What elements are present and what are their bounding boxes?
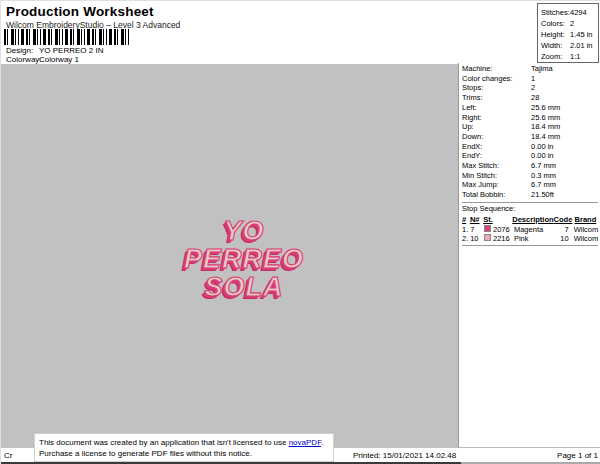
stat-value: 2.01 in (570, 40, 593, 51)
page-title: Production Worksheet (6, 4, 154, 19)
panel-row-trims: Trims:28 (462, 93, 600, 103)
panel-row-up: Up:18.4 mm (462, 122, 600, 132)
panel-value: 18.4 mm (531, 132, 560, 142)
stat-label: Zoom: (541, 51, 570, 62)
panel-value: 6.7 mm (531, 180, 556, 190)
col-header-code: Code (554, 215, 570, 225)
panel-value: 0.00 in (531, 151, 554, 161)
panel-label: Min Stitch: (462, 171, 531, 181)
panel-label: Max Jump: (462, 180, 531, 190)
stat-value: 1.45 in (570, 29, 593, 40)
panel-row-machine: Machine:Tajima (462, 64, 600, 74)
panel-value: 25.6 mm (531, 103, 560, 113)
panel-row-left: Left:25.6 mm (462, 103, 600, 113)
cell-code: 10 (554, 234, 569, 244)
panel-divider (462, 202, 598, 203)
thread-color-swatch (484, 225, 493, 235)
design-text-line: YO (169, 217, 319, 245)
panel-value: 28 (531, 93, 539, 103)
stats-box: Stitches: 4294 Colors: 2 Height: 1.45 in… (537, 3, 599, 63)
panel-label: Trims: (462, 93, 531, 103)
stat-label: Width: (541, 40, 570, 51)
cell-description: Magenta (514, 225, 554, 235)
col-header-description: Description (512, 215, 553, 225)
worksheet-page: Production Worksheet Wilcom EmbroiderySt… (0, 0, 600, 464)
colorway-label: Colorway: (6, 55, 39, 64)
table-row: 2. 10 2216 Pink 10 Wilcom (462, 234, 600, 244)
cell-n: 10 (470, 234, 484, 244)
novapdf-link[interactable]: novaPDF (289, 438, 321, 447)
stats-row-width: Width: 2.01 in (541, 40, 598, 51)
table-row: 1. 7 2076 Magenta 7 Wilcom (462, 225, 600, 235)
panel-value: Tajima (531, 64, 553, 74)
stats-row-zoom: Zoom: 1:1 (541, 51, 598, 62)
panel-value: 18.4 mm (531, 122, 560, 132)
panel-label: Total Bobbin: (462, 190, 531, 200)
cell-st: 2216 (493, 234, 514, 244)
cell-num: 2. (462, 234, 470, 244)
design-name-row: Design: YO PERREO 2 IN (6, 46, 103, 55)
panel-label: Machine: (462, 64, 531, 74)
notice-line1-suffix: . (321, 438, 323, 447)
stat-label: Colors: (541, 18, 570, 29)
panel-row-right: Right:25.6 mm (462, 113, 600, 123)
thread-color-swatch (484, 234, 493, 244)
panel-label: Up: (462, 122, 531, 132)
stat-label: Height: (541, 29, 570, 40)
panel-row-down: Down:18.4 mm (462, 132, 600, 142)
cell-n: 7 (470, 225, 484, 235)
panel-value: 25.6 mm (531, 113, 560, 123)
col-header-brand: Brand (575, 215, 600, 225)
stat-value: 2 (570, 18, 574, 29)
panel-value: 0.00 in (531, 142, 554, 152)
panel-label: Max Stitch: (462, 161, 531, 171)
panel-row-endy: EndY:0.00 in (462, 151, 600, 161)
design-canvas: YO PERREO SOLA (1, 64, 458, 448)
panel-row-color-changes: Color changes:1 (462, 74, 600, 84)
page-number: Page 1 of 1 (557, 451, 598, 460)
cell-brand: Wilcom (574, 234, 600, 244)
cell-description: Pink (514, 234, 554, 244)
stop-sequence-table: # N# St. Description Code Brand 1. 7 207… (462, 215, 600, 246)
stats-row-height: Height: 1.45 in (541, 29, 598, 40)
stats-row-colors: Colors: 2 (541, 18, 598, 29)
panel-row-max-jump: Max Jump:6.7 mm (462, 180, 600, 190)
stat-label: Stitches: (541, 7, 570, 18)
cell-num: 1. (462, 225, 470, 235)
col-header-n: N# (470, 215, 483, 225)
panel-label: EndX: (462, 142, 531, 152)
panel-row-max-stitch: Max Stitch:6.7 mm (462, 161, 600, 171)
col-header-num: # (462, 215, 470, 225)
notice-line1-text: This document was created by an applicat… (39, 438, 289, 447)
colorway-value: Colorway 1 (39, 55, 79, 64)
panel-value: 1 (531, 74, 535, 84)
panel-value: 21.50ft (531, 190, 554, 200)
table-bottom-rule (462, 245, 598, 246)
panel-label: Left: (462, 103, 531, 113)
novapdf-notice: This document was created by an applicat… (34, 433, 334, 462)
panel-label: Color changes: (462, 74, 531, 84)
barcode-icon (4, 29, 131, 45)
panel-label: Right: (462, 113, 531, 123)
col-header-st: St. (483, 215, 512, 225)
panel-value: 0.3 mm (531, 171, 556, 181)
cell-st: 2076 (493, 225, 514, 235)
panel-label: Stops: (462, 83, 531, 93)
stat-value: 1:1 (570, 51, 580, 62)
panel-row-total-bobbin: Total Bobbin:21.50ft (462, 190, 600, 200)
header: Production Worksheet Wilcom EmbroiderySt… (1, 1, 600, 64)
stop-sequence-label: Stop Sequence: (462, 204, 600, 214)
design-text-line: PERREO (169, 245, 319, 273)
panel-row-stops: Stops:2 (462, 83, 600, 93)
design-label: Design: (6, 46, 39, 55)
design-value: YO PERREO 2 IN (39, 46, 103, 55)
cell-brand: Wilcom (574, 225, 600, 235)
panel-label: Down: (462, 132, 531, 142)
stat-value: 4294 (570, 7, 587, 18)
stats-row-stitches: Stitches: 4294 (541, 7, 598, 18)
panel-row-endx: EndX:0.00 in (462, 142, 600, 152)
panel-value: 2 (531, 83, 535, 93)
colorway-row: Colorway: Colorway 1 (6, 55, 79, 64)
panel-row-min-stitch: Min Stitch:0.3 mm (462, 171, 600, 181)
embroidery-design-preview: YO PERREO SOLA (169, 217, 319, 301)
